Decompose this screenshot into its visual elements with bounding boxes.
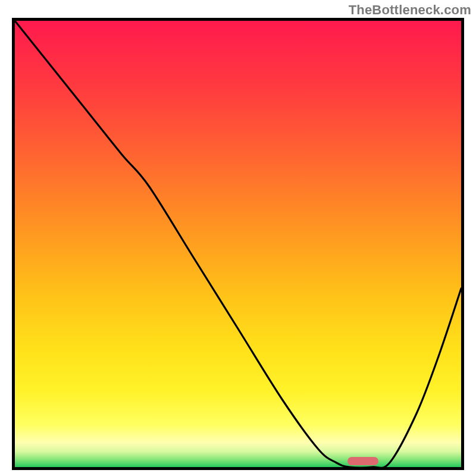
optimal-marker [347, 457, 378, 465]
bottleneck-plot [12, 18, 464, 470]
watermark-text: TheBottleneck.com [349, 2, 471, 18]
svg-rect-0 [15, 21, 461, 467]
gradient-background [15, 21, 461, 467]
